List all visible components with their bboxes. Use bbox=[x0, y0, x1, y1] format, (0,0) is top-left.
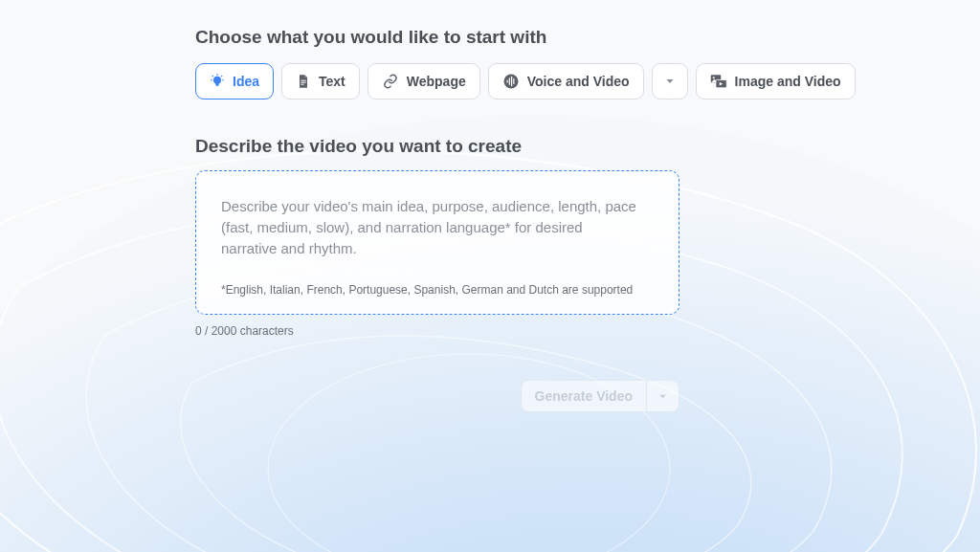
svg-rect-17 bbox=[513, 78, 514, 84]
document-icon bbox=[296, 74, 311, 89]
character-count: 0 / 2000 characters bbox=[195, 324, 980, 338]
describe-input-box[interactable]: Describe your video's main idea, purpose… bbox=[195, 170, 679, 315]
tab-dropdown-button[interactable] bbox=[652, 63, 688, 99]
language-footnote: *English, Italian, French, Portuguese, S… bbox=[221, 283, 654, 297]
link-icon bbox=[382, 74, 399, 89]
svg-line-7 bbox=[221, 76, 222, 77]
image-video-icon bbox=[710, 74, 727, 89]
svg-rect-9 bbox=[215, 83, 218, 86]
tab-text[interactable]: Text bbox=[281, 63, 360, 99]
generate-video-group: Generate Video bbox=[521, 380, 679, 412]
caret-down-icon bbox=[664, 76, 676, 87]
svg-rect-15 bbox=[509, 77, 510, 85]
tab-label: Voice and Video bbox=[527, 75, 630, 88]
svg-rect-14 bbox=[506, 80, 507, 83]
page-heading: Choose what you would like to start with bbox=[195, 27, 980, 48]
describe-heading: Describe the video you want to create bbox=[195, 136, 980, 157]
start-with-tabs: Idea Text Webpage bbox=[195, 63, 980, 99]
tab-label: Webpage bbox=[407, 75, 466, 88]
tab-webpage[interactable]: Webpage bbox=[368, 63, 480, 99]
svg-point-19 bbox=[712, 77, 714, 78]
svg-rect-10 bbox=[301, 80, 305, 81]
tab-label: Image and Video bbox=[735, 75, 841, 88]
svg-point-3 bbox=[214, 77, 221, 83]
generate-video-button[interactable]: Generate Video bbox=[522, 381, 646, 411]
describe-placeholder: Describe your video's main idea, purpose… bbox=[221, 196, 642, 258]
svg-line-6 bbox=[212, 76, 213, 77]
tab-idea[interactable]: Idea bbox=[195, 63, 274, 99]
svg-rect-11 bbox=[301, 82, 305, 83]
voice-icon bbox=[502, 73, 520, 90]
tab-label: Idea bbox=[233, 75, 259, 88]
caret-down-icon bbox=[657, 391, 668, 402]
tab-image-and-video[interactable]: Image and Video bbox=[696, 63, 856, 99]
tab-label: Text bbox=[319, 75, 345, 88]
tab-voice-and-video[interactable]: Voice and Video bbox=[488, 63, 644, 99]
lightbulb-icon bbox=[210, 74, 225, 89]
generate-dropdown-button[interactable] bbox=[646, 381, 679, 411]
svg-rect-12 bbox=[301, 84, 303, 85]
svg-rect-16 bbox=[511, 77, 512, 87]
